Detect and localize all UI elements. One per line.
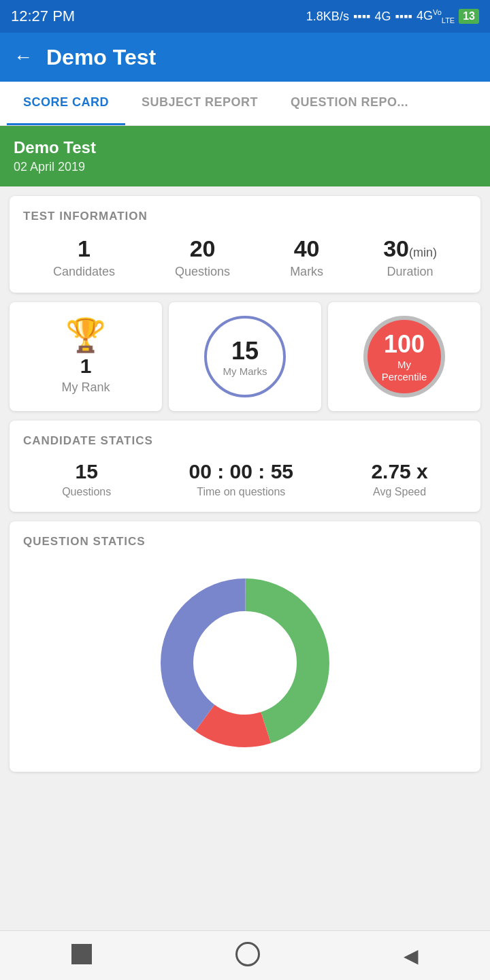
marks-label: Marks (290, 265, 323, 279)
back-button[interactable]: ← (14, 46, 33, 68)
candidates-label: Candidates (53, 265, 115, 279)
marks-circle-label: My Marks (223, 365, 267, 377)
duration-value: 30(min) (383, 235, 437, 262)
statics-speed: 2.75 x Avg Speed (371, 460, 427, 498)
candidate-statics-title: CANDIDATE STATICS (23, 434, 467, 448)
nav-circle-icon (235, 942, 260, 966)
status-time: 12:27 PM (11, 7, 75, 25)
trophy-icon: 🏆 (65, 319, 106, 352)
banner-test-name: Demo Test (14, 138, 476, 157)
signal-bars2-icon: ▪▪▪▪ (395, 10, 412, 24)
header: ← Demo Test (0, 33, 490, 82)
status-bar: 12:27 PM 1.8KB/s ▪▪▪▪ 4G ▪▪▪▪ 4GVoLTE 13 (0, 0, 490, 33)
nav-home-button[interactable] (235, 942, 260, 969)
statics-time: 00 : 00 : 55 Time on questions (189, 460, 293, 498)
question-statics-title: QUESTION STATICS (23, 535, 467, 549)
percentile-value: 100 (384, 330, 425, 359)
duration-item: 30(min) Duration (383, 235, 437, 279)
statics-time-value: 00 : 00 : 55 (189, 460, 293, 483)
signal-bars-icon: ▪▪▪▪ (353, 10, 371, 24)
statics-questions-label: Questions (62, 486, 111, 498)
questions-item: 20 Questions (175, 235, 230, 279)
candidate-statics-grid: 15 Questions 00 : 00 : 55 Time on questi… (23, 460, 467, 498)
questions-label: Questions (175, 265, 230, 279)
percentile-label: My Percentile (382, 359, 427, 383)
candidate-statics-card: CANDIDATE STATICS 15 Questions 00 : 00 :… (10, 421, 480, 512)
network2-label: 4GVoLTE (416, 8, 455, 24)
page-title: Demo Test (46, 45, 156, 70)
donut-chart (136, 568, 354, 758)
status-network: 4G (374, 10, 391, 24)
marks-circle-value: 15 (231, 337, 259, 365)
tab-score-card[interactable]: SCORE CARD (7, 82, 125, 125)
marks-card: 15 My Marks (169, 302, 321, 411)
test-info-title: TEST INFORMATION (23, 210, 467, 223)
test-info-grid: 1 Candidates 20 Questions 40 Marks 30(mi… (23, 235, 467, 279)
duration-label: Duration (383, 265, 437, 279)
statics-questions: 15 Questions (62, 460, 111, 498)
marks-circle: 15 My Marks (204, 316, 286, 397)
nav-back-icon: ◀ (404, 945, 419, 966)
tabs-bar: SCORE CARD SUBJECT REPORT QUESTION REPO.… (0, 82, 490, 126)
nav-square-icon (71, 944, 92, 964)
nav-square-button[interactable] (71, 944, 92, 967)
marks-value: 40 (290, 235, 323, 262)
tab-question-report[interactable]: QUESTION REPO... (274, 82, 425, 125)
donut-chart-container (23, 561, 467, 758)
candidates-item: 1 Candidates (53, 235, 115, 279)
performance-row: 🏆 1 My Rank 15 My Marks 100 My Percentil… (10, 302, 480, 411)
nav-back-button[interactable]: ◀ (404, 945, 419, 967)
rank-label: My Rank (61, 380, 110, 395)
battery-icon: 13 (459, 9, 479, 24)
rank-card: 🏆 1 My Rank (10, 302, 162, 411)
status-right: 1.8KB/s ▪▪▪▪ 4G ▪▪▪▪ 4GVoLTE 13 (306, 8, 479, 24)
question-statics-card: QUESTION STATICS (10, 521, 480, 772)
marks-item: 40 Marks (290, 235, 323, 279)
banner-test-date: 02 April 2019 (14, 160, 476, 174)
questions-value: 20 (175, 235, 230, 262)
donut-hole (197, 615, 293, 710)
statics-time-label: Time on questions (189, 486, 293, 498)
percentile-circle: 100 My Percentile (363, 316, 445, 397)
percentile-card: 100 My Percentile (328, 302, 480, 411)
statics-speed-label: Avg Speed (371, 486, 427, 498)
nav-bar: ◀ (0, 930, 490, 980)
status-signal: 1.8KB/s (306, 10, 349, 24)
statics-speed-value: 2.75 x (371, 460, 427, 483)
rank-value: 1 (80, 355, 92, 378)
test-information-card: TEST INFORMATION 1 Candidates 20 Questio… (10, 196, 480, 293)
candidates-value: 1 (53, 235, 115, 262)
statics-questions-value: 15 (62, 460, 111, 483)
tab-subject-report[interactable]: SUBJECT REPORT (125, 82, 274, 125)
test-banner: Demo Test 02 April 2019 (0, 126, 490, 186)
